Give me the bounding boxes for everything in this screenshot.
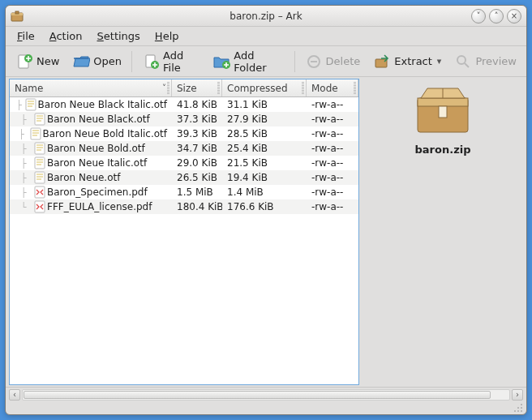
file-mode: -rw-a--: [307, 172, 358, 183]
column-resize-handle[interactable]: [217, 82, 220, 94]
menu-help[interactable]: Help: [148, 28, 186, 44]
new-label: New: [36, 55, 59, 67]
svg-rect-13: [31, 128, 41, 139]
svg-point-10: [457, 56, 466, 64]
menubar: File Action Settings Help: [6, 27, 526, 46]
extract-button[interactable]: Extract ▾: [368, 50, 446, 73]
svg-rect-2: [15, 11, 19, 14]
table-row[interactable]: ├Baron Neue Bold.otf34.7 KiB25.4 KiB-rw-…: [10, 141, 358, 156]
menu-file[interactable]: File: [11, 28, 41, 44]
file-size: 37.3 KiB: [172, 114, 222, 125]
file-compressed: 25.4 KiB: [222, 143, 307, 154]
new-archive-icon: [15, 53, 33, 71]
file-rows: ├Baron Neue Black Italic.otf41.8 KiB31.1…: [10, 97, 358, 384]
preview-label: Preview: [475, 55, 517, 67]
svg-rect-17: [35, 186, 45, 198]
svg-rect-20: [418, 98, 468, 106]
add-folder-button[interactable]: Add Folder: [208, 47, 289, 76]
tree-branch-icon: ├: [15, 158, 32, 169]
file-name: Baron Neue Bold.otf: [47, 143, 145, 154]
table-row[interactable]: ├Baron Neue.otf26.5 KiB19.4 KiB-rw-a--: [10, 170, 358, 185]
toolbar-separator: [294, 51, 295, 72]
svg-point-25: [514, 410, 516, 412]
font-file-icon: [34, 113, 45, 126]
scroll-right-button[interactable]: ›: [512, 389, 523, 401]
file-compressed: 21.5 KiB: [222, 157, 307, 169]
info-pane: baron.zip: [359, 77, 526, 387]
file-name: Baron_Specimen.pdf: [47, 186, 148, 198]
font-file-icon: [34, 171, 45, 184]
file-size: 34.7 KiB: [172, 143, 222, 154]
table-row[interactable]: ├Baron Neue Black Italic.otf41.8 KiB31.1…: [10, 97, 358, 112]
add-file-button[interactable]: Add File: [137, 47, 204, 76]
minimize-button[interactable]: ˅: [471, 9, 486, 24]
file-size: 180.4 KiB: [172, 201, 222, 212]
file-name: Baron Neue Black Italic.otf: [38, 99, 167, 110]
extract-label: Extract: [394, 55, 432, 67]
table-row[interactable]: └FFF_EULA_license.pdf180.4 KiB176.6 KiB-…: [10, 199, 358, 214]
tree-branch-icon: ├: [15, 144, 32, 154]
menu-action[interactable]: Action: [43, 28, 89, 44]
tree-branch-icon: └: [15, 202, 32, 212]
delete-label: Delete: [326, 55, 361, 67]
scroll-left-button[interactable]: ‹: [9, 389, 20, 401]
file-compressed: 19.4 KiB: [222, 172, 307, 183]
app-archive-icon: [11, 10, 24, 23]
delete-icon: [305, 53, 323, 71]
window-title: baron.zip – Ark: [6, 11, 526, 22]
file-list-pane: Name ˅ Size Compressed Mode ├Baron Neue: [9, 79, 359, 385]
tree-branch-icon: ├: [15, 187, 32, 198]
preview-button: Preview: [449, 50, 521, 73]
column-resize-handle[interactable]: [354, 82, 356, 94]
column-resize-handle[interactable]: [302, 82, 304, 94]
app-window: baron.zip – Ark ˅ ˄ × File Action Settin…: [5, 5, 527, 415]
tree-branch-icon: ├: [15, 114, 32, 125]
file-name: FFF_EULA_license.pdf: [47, 201, 152, 212]
column-name[interactable]: Name ˅: [10, 79, 172, 96]
resize-grip[interactable]: [6, 401, 526, 414]
column-mode[interactable]: Mode: [307, 79, 358, 96]
close-button[interactable]: ×: [507, 9, 521, 24]
font-file-icon: [25, 98, 36, 111]
font-file-icon: [34, 142, 45, 155]
font-file-icon: [30, 127, 41, 140]
file-size: 1.5 MiB: [172, 186, 222, 198]
new-button[interactable]: New: [11, 50, 64, 73]
table-row[interactable]: ├Baron Neue Black.otf37.3 KiB27.9 KiB-rw…: [10, 112, 358, 126]
scroll-thumb[interactable]: [24, 391, 491, 399]
menu-settings[interactable]: Settings: [91, 28, 147, 44]
file-name: Baron Neue.otf: [47, 172, 120, 183]
horizontal-scrollbar[interactable]: ‹ ›: [6, 387, 526, 401]
svg-rect-16: [35, 172, 45, 183]
file-size: 41.8 KiB: [172, 99, 222, 110]
pdf-file-icon: [34, 186, 45, 199]
chevron-down-icon[interactable]: ▾: [437, 56, 442, 66]
open-folder-icon: [72, 53, 90, 71]
titlebar[interactable]: baron.zip – Ark ˅ ˄ ×: [6, 6, 526, 27]
tree-branch-icon: ├: [15, 100, 24, 110]
column-compressed[interactable]: Compressed: [222, 79, 307, 96]
maximize-button[interactable]: ˄: [489, 9, 504, 24]
toolbar-separator: [131, 51, 132, 72]
svg-rect-18: [35, 201, 45, 212]
sort-asc-icon: ˅: [162, 84, 166, 92]
table-row[interactable]: ├Baron Neue Italic.otf29.0 KiB21.5 KiB-r…: [10, 156, 358, 170]
file-compressed: 27.9 KiB: [222, 114, 307, 125]
content-area: Name ˅ Size Compressed Mode ├Baron Neue: [6, 77, 526, 387]
column-resize-handle[interactable]: [167, 82, 169, 94]
scroll-track[interactable]: [22, 389, 510, 401]
preview-icon: [454, 53, 472, 71]
file-mode: -rw-a--: [307, 201, 358, 212]
file-compressed: 176.6 KiB: [222, 201, 307, 212]
add-file-icon: [142, 53, 160, 71]
file-mode: -rw-a--: [307, 114, 358, 125]
file-compressed: 31.1 KiB: [222, 99, 307, 110]
table-row[interactable]: ├Baron Neue Bold Italic.otf39.3 KiB28.5 …: [10, 126, 358, 141]
column-headers: Name ˅ Size Compressed Mode: [10, 79, 358, 97]
open-button[interactable]: Open: [67, 50, 127, 73]
column-size[interactable]: Size: [172, 79, 222, 96]
tree-branch-icon: ├: [15, 173, 32, 183]
table-row[interactable]: ├Baron_Specimen.pdf1.5 MiB1.4 MiB-rw-a--: [10, 185, 358, 199]
open-label: Open: [93, 55, 122, 67]
svg-point-27: [521, 410, 522, 412]
